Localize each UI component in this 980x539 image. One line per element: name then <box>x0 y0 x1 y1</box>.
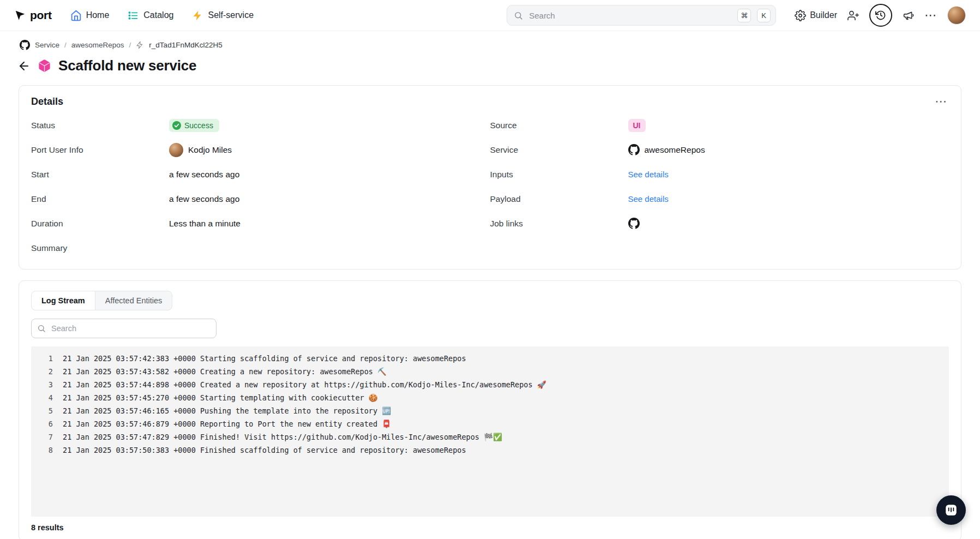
detail-label: Source <box>490 121 628 130</box>
log-line-number: 4 <box>31 391 63 404</box>
log-line: 121 Jan 2025 03:57:42:383 +0000 Starting… <box>31 352 949 365</box>
detail-row-status: Status Success <box>31 113 490 137</box>
log-card: Log Stream Affected Entities 121 Jan 202… <box>19 280 961 539</box>
end-value: a few seconds ago <box>169 194 239 204</box>
arrow-left-icon <box>17 59 31 73</box>
detail-label: Payload <box>490 194 628 204</box>
shortcut-meta-key: ⌘ <box>737 9 751 22</box>
log-line-number: 5 <box>31 404 63 417</box>
run-history-button[interactable] <box>869 4 892 27</box>
detail-label: Duration <box>31 219 169 229</box>
details-card: Details ⋯ Status Success Port User Info <box>19 85 961 270</box>
detail-row-start: Start a few seconds ago <box>31 162 490 187</box>
breadcrumb-service[interactable]: Service <box>35 41 59 49</box>
global-search[interactable]: ⌘ K <box>507 5 776 26</box>
breadcrumb-run-id: r_dTad1FnMdKcl22H5 <box>149 41 222 49</box>
log-tabs: Log Stream Affected Entities <box>31 291 172 310</box>
log-line: 621 Jan 2025 03:57:46:879 +0000 Reportin… <box>31 417 949 430</box>
chat-icon <box>944 503 958 517</box>
job-link-github-button[interactable] <box>628 218 640 229</box>
inputs-see-details-link[interactable]: See details <box>628 170 669 179</box>
page-title: Scaffold new service <box>58 57 196 74</box>
lightning-icon <box>136 41 144 49</box>
builder-button[interactable]: Builder <box>795 10 837 21</box>
log-line-text: 21 Jan 2025 03:57:46:165 +0000 Pushing t… <box>63 404 391 417</box>
log-line-text: 21 Jan 2025 03:57:43:582 +0000 Creating … <box>63 365 387 378</box>
log-search[interactable] <box>31 319 217 338</box>
details-grid: Status Success Port User Info Kodjo Mile… <box>31 113 949 260</box>
port-logo-text: port <box>30 9 52 22</box>
log-line: 421 Jan 2025 03:57:45:270 +0000 Starting… <box>31 391 949 404</box>
detail-row-end: End a few seconds ago <box>31 187 490 211</box>
lightning-icon <box>192 10 203 21</box>
breadcrumb: Service / awesomeRepos / r_dTad1FnMdKcl2… <box>0 31 980 50</box>
breadcrumb-separator: / <box>129 41 131 49</box>
github-icon <box>628 144 640 155</box>
log-line: 821 Jan 2025 03:57:50:383 +0000 Finished… <box>31 444 949 457</box>
nav-catalog[interactable]: Catalog <box>128 10 173 21</box>
detail-label: Start <box>31 170 169 179</box>
detail-row-duration: Duration Less than a minute <box>31 211 490 236</box>
github-icon <box>20 40 30 50</box>
nav-self-service[interactable]: Self-service <box>192 10 254 21</box>
detail-row-inputs: Inputs See details <box>490 162 949 187</box>
service-name: awesomeRepos <box>645 145 705 155</box>
user-name: Kodjo Miles <box>188 145 232 155</box>
page-header: Scaffold new service <box>0 50 980 74</box>
results-count: 8 results <box>31 523 949 532</box>
port-logo-icon <box>14 9 26 21</box>
log-line-text: 21 Jan 2025 03:57:42:383 +0000 Starting … <box>63 352 466 365</box>
home-icon <box>70 10 82 21</box>
global-search-input[interactable] <box>528 10 731 21</box>
log-line-text: 21 Jan 2025 03:57:46:879 +0000 Reporting… <box>63 417 391 430</box>
main-nav: Home Catalog Self-service <box>70 10 254 21</box>
user-avatar[interactable] <box>947 6 966 25</box>
navbar-right: Builder ⋯ <box>795 4 966 27</box>
details-left-column: Status Success Port User Info Kodjo Mile… <box>31 113 490 260</box>
log-line: 521 Jan 2025 03:57:46:165 +0000 Pushing … <box>31 404 949 417</box>
invite-user-button[interactable] <box>847 10 859 21</box>
log-search-input[interactable] <box>50 324 211 333</box>
log-line-text: 21 Jan 2025 03:57:45:270 +0000 Starting … <box>63 391 378 404</box>
gear-icon <box>795 10 806 21</box>
detail-row-source: Source UI <box>490 113 949 137</box>
builder-label: Builder <box>810 10 837 20</box>
detail-label: Service <box>490 145 628 155</box>
log-line-number: 2 <box>31 365 63 378</box>
status-badge: Success <box>169 119 219 132</box>
detail-row-service: Service awesomeRepos <box>490 137 949 162</box>
github-icon <box>628 218 640 229</box>
log-line-number: 3 <box>31 378 63 391</box>
search-icon <box>514 11 523 20</box>
top-navbar: port Home Catalog Self-service ⌘ K <box>0 0 980 31</box>
log-line-text: 21 Jan 2025 03:57:50:383 +0000 Finished … <box>63 444 466 457</box>
log-line-text: 21 Jan 2025 03:57:44:898 +0000 Created a… <box>63 378 546 391</box>
check-circle-icon <box>172 121 181 130</box>
nav-catalog-label: Catalog <box>143 10 173 20</box>
breadcrumb-separator: / <box>64 41 67 49</box>
log-viewer: 121 Jan 2025 03:57:42:383 +0000 Starting… <box>31 346 949 517</box>
tab-affected-entities[interactable]: Affected Entities <box>95 291 172 310</box>
megaphone-icon <box>903 10 914 21</box>
detail-row-user: Port User Info Kodjo Miles <box>31 137 490 162</box>
tab-log-stream[interactable]: Log Stream <box>32 291 95 310</box>
detail-row-job-links: Job links <box>490 211 949 236</box>
nav-home[interactable]: Home <box>70 10 110 21</box>
announcements-button[interactable] <box>903 10 914 21</box>
log-line-number: 8 <box>31 444 63 457</box>
more-options-button[interactable]: ⋯ <box>924 9 937 21</box>
breadcrumb-repo[interactable]: awesomeRepos <box>71 41 124 49</box>
details-menu-button[interactable]: ⋯ <box>933 95 949 107</box>
back-button[interactable] <box>17 59 31 73</box>
detail-label: End <box>31 194 169 204</box>
detail-label: Port User Info <box>31 145 169 155</box>
history-clock-icon <box>875 10 886 21</box>
start-value: a few seconds ago <box>169 170 239 179</box>
payload-see-details-link[interactable]: See details <box>628 194 669 203</box>
detail-label: Job links <box>490 219 628 229</box>
nav-home-label: Home <box>86 10 110 20</box>
chat-widget-button[interactable] <box>936 495 966 525</box>
user-avatar-small <box>169 143 183 157</box>
detail-label: Status <box>31 121 169 130</box>
port-logo[interactable]: port <box>14 9 52 22</box>
